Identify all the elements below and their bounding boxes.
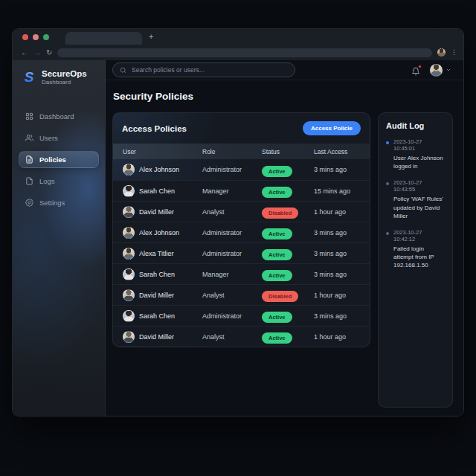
sidebar: S SecureOps Dashboard Dashboard Users: [13, 60, 106, 416]
reload-icon[interactable]: ↻: [46, 49, 52, 57]
sidebar-item-logs[interactable]: Logs: [19, 173, 99, 190]
topbar: [106, 60, 463, 80]
page-title: Security Policies: [113, 91, 453, 102]
status-badge: Disabled: [262, 208, 298, 219]
table-row[interactable]: Alex Johnson Administrator Active 3 mins…: [113, 159, 370, 180]
user-role: Manager: [202, 187, 262, 195]
status-badge: Active: [262, 249, 292, 260]
last-access: 3 mins ago: [314, 250, 361, 257]
access-policies-card: Access Policies Access Policie User Role…: [112, 112, 370, 347]
user-role: Analyst: [202, 208, 262, 216]
user-role: Manager: [202, 271, 262, 278]
table-row[interactable]: Alex Johnson Administrator Active 3 mins…: [113, 222, 370, 242]
user-menu[interactable]: [430, 64, 451, 77]
user-name: Sarah Chen: [139, 271, 175, 278]
sidebar-item-label: Settings: [39, 199, 65, 207]
url-bar[interactable]: [57, 48, 432, 57]
content: Security Policies Access Policies Access…: [106, 80, 463, 416]
svg-text:S: S: [25, 70, 34, 85]
user-name: David Miller: [139, 292, 174, 299]
status-badge: Active: [262, 270, 292, 281]
zoom-button[interactable]: [43, 34, 49, 40]
table-row[interactable]: Alexa Titlier Administrator Active 3 min…: [113, 242, 370, 263]
forward-icon[interactable]: →: [33, 49, 41, 57]
back-icon[interactable]: ←: [21, 49, 28, 57]
browser-profile-icon[interactable]: [437, 48, 446, 57]
chevron-down-icon: [446, 67, 451, 73]
grid-icon: [25, 112, 33, 120]
sidebar-item-users[interactable]: Users: [19, 129, 99, 147]
search-bar[interactable]: [112, 62, 295, 77]
table-row[interactable]: Sarah Chen Manager Active 15 mins ago: [113, 180, 370, 201]
sidebar-item-policies[interactable]: Policies: [19, 151, 99, 168]
browser-window: + ← → ↻ ⋮ S SecureOps Dashboard: [12, 28, 464, 416]
audit-log-entry: 2023-10-27 10:42:12 Failed login attempt…: [386, 229, 445, 270]
app-root: S SecureOps Dashboard Dashboard Users: [13, 60, 463, 416]
user-name: Alex Johnson: [139, 166, 179, 173]
audit-log-card: Audit Log 2023-10-27 10:45:01 User Alex …: [378, 112, 453, 408]
audit-log-entry: 2023-10-27 10:45:01 User Alex Johnson lo…: [386, 138, 445, 170]
user-name: David Miller: [139, 333, 174, 341]
table-row[interactable]: Sarah Chen Administrator Active 3 mins a…: [113, 305, 370, 326]
last-access: 1 hour ago: [314, 208, 361, 216]
status-badge: Active: [262, 187, 292, 198]
user-name: Alexa Titlier: [139, 250, 174, 257]
status-badge: Active: [262, 332, 292, 344]
sidebar-item-dashboard[interactable]: Dashboard: [19, 108, 99, 125]
user-role: Administrator: [202, 250, 262, 257]
last-access: 3 mins ago: [314, 229, 361, 237]
status-badge: Disabled: [262, 291, 298, 302]
file-icon: [25, 177, 33, 185]
table-row[interactable]: David Miller Analyst Disabled 1 hour ago: [113, 201, 370, 222]
user-role: Analyst: [202, 333, 262, 341]
table-row[interactable]: David Miller Analyst Disabled 1 hour ago: [113, 284, 370, 305]
user-role: Administrator: [202, 229, 262, 237]
audit-timestamp: 2023-10-27 10:43:55: [393, 179, 445, 193]
search-input[interactable]: [132, 66, 288, 74]
browser-addressbar: ← → ↻ ⋮: [13, 45, 463, 60]
user-avatar: [123, 227, 135, 239]
minimize-button[interactable]: [33, 34, 39, 40]
last-access: 1 hour ago: [314, 333, 361, 341]
secureops-logo-icon: S: [22, 70, 36, 85]
status-badge: Active: [262, 166, 292, 177]
user-role: Administrator: [202, 312, 262, 320]
table-row[interactable]: David Miller Analyst Active 1 hour ago: [113, 326, 370, 347]
audit-text: Failed login attempt from IP 192.168.1.5…: [393, 245, 445, 270]
column-header-role: Role: [202, 148, 262, 155]
new-tab-button[interactable]: +: [149, 33, 153, 41]
last-access: 1 hour ago: [314, 292, 361, 299]
sidebar-item-settings[interactable]: Settings: [19, 194, 99, 211]
user-avatar: [430, 64, 443, 77]
audit-bullet-icon: [386, 182, 389, 185]
users-icon: [25, 134, 33, 142]
audit-timestamp: 2023-10-27 10:42:12: [393, 229, 445, 242]
user-name: Sarah Chen: [139, 187, 175, 195]
access-policie-button[interactable]: Access Policie: [303, 121, 361, 135]
table-header: User Role Status Last Access: [113, 144, 370, 159]
brand-subtitle: Dashboard: [42, 79, 87, 86]
browser-tab[interactable]: [65, 32, 142, 45]
last-access: 3 mins ago: [314, 312, 361, 320]
status-badge: Active: [262, 228, 292, 239]
gear-icon: [25, 199, 33, 207]
notifications-button[interactable]: [411, 65, 421, 75]
audit-text: User Alex Johnson logged in: [393, 154, 445, 170]
sidebar-item-label: Users: [39, 134, 58, 142]
user-avatar: [123, 331, 135, 343]
audit-text: Policy 'WAF Rules' updated by David Mill…: [393, 195, 445, 220]
close-button[interactable]: [22, 34, 28, 40]
column-header-status: Status: [262, 148, 314, 155]
user-avatar: [123, 289, 135, 301]
table-row[interactable]: Sarah Chen Manager Active 3 mins ago: [113, 263, 370, 284]
document-icon: [25, 155, 33, 164]
audit-log-list: 2023-10-27 10:45:01 User Alex Johnson lo…: [386, 138, 445, 270]
browser-menu-icon[interactable]: ⋮: [451, 49, 457, 56]
notification-dot: [418, 65, 422, 68]
audit-timestamp: 2023-10-27 10:45:01: [393, 138, 445, 152]
column-header-user: User: [123, 148, 202, 155]
sidebar-item-label: Logs: [39, 177, 55, 185]
policy-table-body: Alex Johnson Administrator Active 3 mins…: [113, 159, 370, 347]
user-avatar: [123, 206, 135, 218]
user-avatar: [123, 248, 135, 260]
